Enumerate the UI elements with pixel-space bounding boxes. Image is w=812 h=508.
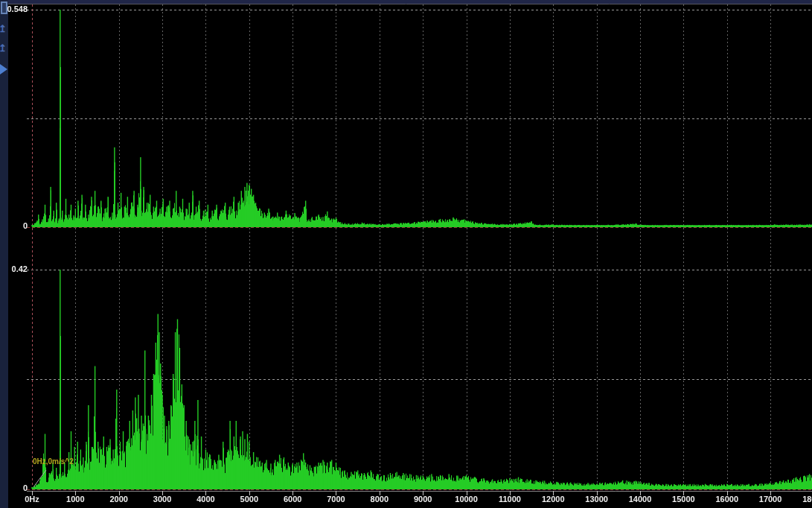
- x-tick-label: 13000: [585, 495, 608, 504]
- x-tick-label: 16000: [715, 495, 738, 504]
- x-tick-label: 12000: [542, 495, 565, 504]
- x-tick-label: 1000: [66, 495, 84, 504]
- spectrum-plot-canvas[interactable]: [0, 0, 812, 508]
- y-axis-max-label-lower: 0.42: [0, 264, 28, 274]
- x-tick-label: 0Hz: [25, 495, 39, 504]
- x-tick-label: 17000: [759, 495, 782, 504]
- y-axis-zero-label-lower: 0: [0, 483, 28, 493]
- left-toolbar: ↥ ↥: [0, 0, 8, 508]
- x-tick-label: 2000: [109, 495, 127, 504]
- axis-fit-icon[interactable]: ↥: [0, 24, 7, 34]
- x-tick-label: 4000: [196, 495, 214, 504]
- x-tick-label: 9000: [414, 495, 432, 504]
- x-tick-label: 18000: [802, 495, 812, 504]
- x-tick-label: 8000: [371, 495, 389, 504]
- x-tick-label: 5000: [240, 495, 258, 504]
- y-axis-zero-label-upper: 0: [0, 221, 28, 231]
- x-tick-label: 14000: [629, 495, 652, 504]
- spectrum-analyzer-window: ↥ ↥ 0.548 0 0.42 0 0Hz100020003000400050…: [0, 0, 812, 508]
- y-axis-max-label-upper: 0.548: [0, 4, 28, 14]
- x-tick-label: 15000: [672, 495, 695, 504]
- x-tick-label: 3000: [153, 495, 171, 504]
- x-tick-label: 6000: [284, 495, 301, 504]
- x-tick-label: 10000: [455, 495, 478, 504]
- x-tick-label: 11000: [499, 495, 521, 504]
- x-axis-tick-labels: 0Hz1000200030004000500060007000800090001…: [0, 495, 812, 507]
- cursor-annotation: 0Hz,0m/s^2: [33, 457, 74, 466]
- cursor-play-icon[interactable]: [0, 64, 7, 74]
- x-tick-label: 7000: [327, 495, 345, 504]
- axis-fit-icon-2[interactable]: ↥: [0, 43, 7, 53]
